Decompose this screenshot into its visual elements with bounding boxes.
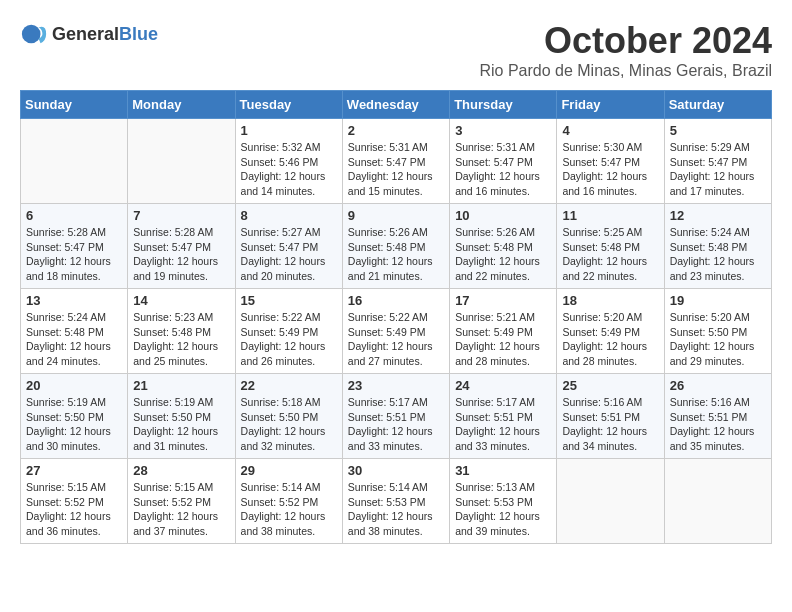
day-number: 24: [455, 378, 551, 393]
day-number: 6: [26, 208, 122, 223]
calendar-cell: 20Sunrise: 5:19 AM Sunset: 5:50 PM Dayli…: [21, 374, 128, 459]
page-header: GeneralBlue October 2024 Rio Pardo de Mi…: [20, 20, 772, 80]
day-info: Sunrise: 5:22 AM Sunset: 5:49 PM Dayligh…: [241, 310, 337, 369]
logo: GeneralBlue: [20, 20, 158, 48]
calendar-cell: 7Sunrise: 5:28 AM Sunset: 5:47 PM Daylig…: [128, 204, 235, 289]
calendar-cell: 5Sunrise: 5:29 AM Sunset: 5:47 PM Daylig…: [664, 119, 771, 204]
day-number: 16: [348, 293, 444, 308]
calendar-cell: 4Sunrise: 5:30 AM Sunset: 5:47 PM Daylig…: [557, 119, 664, 204]
day-info: Sunrise: 5:28 AM Sunset: 5:47 PM Dayligh…: [133, 225, 229, 284]
day-info: Sunrise: 5:29 AM Sunset: 5:47 PM Dayligh…: [670, 140, 766, 199]
day-info: Sunrise: 5:21 AM Sunset: 5:49 PM Dayligh…: [455, 310, 551, 369]
calendar-cell: 22Sunrise: 5:18 AM Sunset: 5:50 PM Dayli…: [235, 374, 342, 459]
day-info: Sunrise: 5:20 AM Sunset: 5:49 PM Dayligh…: [562, 310, 658, 369]
day-number: 23: [348, 378, 444, 393]
calendar-cell: 21Sunrise: 5:19 AM Sunset: 5:50 PM Dayli…: [128, 374, 235, 459]
day-number: 14: [133, 293, 229, 308]
day-number: 12: [670, 208, 766, 223]
day-info: Sunrise: 5:30 AM Sunset: 5:47 PM Dayligh…: [562, 140, 658, 199]
day-number: 10: [455, 208, 551, 223]
calendar-cell: 23Sunrise: 5:17 AM Sunset: 5:51 PM Dayli…: [342, 374, 449, 459]
calendar-cell: [557, 459, 664, 544]
day-info: Sunrise: 5:14 AM Sunset: 5:53 PM Dayligh…: [348, 480, 444, 539]
day-number: 19: [670, 293, 766, 308]
weekday-header-thursday: Thursday: [450, 91, 557, 119]
day-info: Sunrise: 5:13 AM Sunset: 5:53 PM Dayligh…: [455, 480, 551, 539]
day-number: 26: [670, 378, 766, 393]
weekday-header-saturday: Saturday: [664, 91, 771, 119]
day-number: 31: [455, 463, 551, 478]
day-number: 28: [133, 463, 229, 478]
day-number: 15: [241, 293, 337, 308]
day-number: 5: [670, 123, 766, 138]
calendar-cell: 8Sunrise: 5:27 AM Sunset: 5:47 PM Daylig…: [235, 204, 342, 289]
day-info: Sunrise: 5:26 AM Sunset: 5:48 PM Dayligh…: [348, 225, 444, 284]
day-number: 25: [562, 378, 658, 393]
calendar-cell: 15Sunrise: 5:22 AM Sunset: 5:49 PM Dayli…: [235, 289, 342, 374]
day-number: 22: [241, 378, 337, 393]
calendar-cell: 10Sunrise: 5:26 AM Sunset: 5:48 PM Dayli…: [450, 204, 557, 289]
calendar-cell: 3Sunrise: 5:31 AM Sunset: 5:47 PM Daylig…: [450, 119, 557, 204]
month-title: October 2024: [479, 20, 772, 62]
calendar-cell: 24Sunrise: 5:17 AM Sunset: 5:51 PM Dayli…: [450, 374, 557, 459]
day-number: 13: [26, 293, 122, 308]
calendar-cell: 11Sunrise: 5:25 AM Sunset: 5:48 PM Dayli…: [557, 204, 664, 289]
weekday-header-friday: Friday: [557, 91, 664, 119]
weekday-header-tuesday: Tuesday: [235, 91, 342, 119]
day-number: 4: [562, 123, 658, 138]
calendar-cell: 28Sunrise: 5:15 AM Sunset: 5:52 PM Dayli…: [128, 459, 235, 544]
calendar-cell: 1Sunrise: 5:32 AM Sunset: 5:46 PM Daylig…: [235, 119, 342, 204]
calendar-cell: 13Sunrise: 5:24 AM Sunset: 5:48 PM Dayli…: [21, 289, 128, 374]
day-info: Sunrise: 5:16 AM Sunset: 5:51 PM Dayligh…: [670, 395, 766, 454]
day-number: 9: [348, 208, 444, 223]
day-info: Sunrise: 5:16 AM Sunset: 5:51 PM Dayligh…: [562, 395, 658, 454]
day-info: Sunrise: 5:23 AM Sunset: 5:48 PM Dayligh…: [133, 310, 229, 369]
calendar-cell: 19Sunrise: 5:20 AM Sunset: 5:50 PM Dayli…: [664, 289, 771, 374]
day-number: 27: [26, 463, 122, 478]
day-number: 18: [562, 293, 658, 308]
day-info: Sunrise: 5:15 AM Sunset: 5:52 PM Dayligh…: [133, 480, 229, 539]
weekday-header-wednesday: Wednesday: [342, 91, 449, 119]
day-info: Sunrise: 5:24 AM Sunset: 5:48 PM Dayligh…: [26, 310, 122, 369]
calendar-cell: 16Sunrise: 5:22 AM Sunset: 5:49 PM Dayli…: [342, 289, 449, 374]
day-number: 30: [348, 463, 444, 478]
calendar-cell: 9Sunrise: 5:26 AM Sunset: 5:48 PM Daylig…: [342, 204, 449, 289]
calendar-cell: 27Sunrise: 5:15 AM Sunset: 5:52 PM Dayli…: [21, 459, 128, 544]
day-info: Sunrise: 5:17 AM Sunset: 5:51 PM Dayligh…: [455, 395, 551, 454]
calendar-cell: 25Sunrise: 5:16 AM Sunset: 5:51 PM Dayli…: [557, 374, 664, 459]
calendar-cell: [128, 119, 235, 204]
logo-text: GeneralBlue: [52, 24, 158, 45]
weekday-header-monday: Monday: [128, 91, 235, 119]
day-info: Sunrise: 5:20 AM Sunset: 5:50 PM Dayligh…: [670, 310, 766, 369]
day-info: Sunrise: 5:24 AM Sunset: 5:48 PM Dayligh…: [670, 225, 766, 284]
svg-point-0: [22, 25, 41, 44]
day-number: 7: [133, 208, 229, 223]
day-info: Sunrise: 5:25 AM Sunset: 5:48 PM Dayligh…: [562, 225, 658, 284]
calendar-table: SundayMondayTuesdayWednesdayThursdayFrid…: [20, 90, 772, 544]
day-info: Sunrise: 5:14 AM Sunset: 5:52 PM Dayligh…: [241, 480, 337, 539]
day-number: 29: [241, 463, 337, 478]
calendar-cell: 30Sunrise: 5:14 AM Sunset: 5:53 PM Dayli…: [342, 459, 449, 544]
day-info: Sunrise: 5:31 AM Sunset: 5:47 PM Dayligh…: [348, 140, 444, 199]
day-number: 21: [133, 378, 229, 393]
day-info: Sunrise: 5:19 AM Sunset: 5:50 PM Dayligh…: [133, 395, 229, 454]
day-number: 2: [348, 123, 444, 138]
day-number: 11: [562, 208, 658, 223]
calendar-cell: 31Sunrise: 5:13 AM Sunset: 5:53 PM Dayli…: [450, 459, 557, 544]
calendar-cell: 2Sunrise: 5:31 AM Sunset: 5:47 PM Daylig…: [342, 119, 449, 204]
day-number: 8: [241, 208, 337, 223]
day-number: 17: [455, 293, 551, 308]
calendar-cell: 6Sunrise: 5:28 AM Sunset: 5:47 PM Daylig…: [21, 204, 128, 289]
calendar-cell: 29Sunrise: 5:14 AM Sunset: 5:52 PM Dayli…: [235, 459, 342, 544]
day-info: Sunrise: 5:18 AM Sunset: 5:50 PM Dayligh…: [241, 395, 337, 454]
day-info: Sunrise: 5:19 AM Sunset: 5:50 PM Dayligh…: [26, 395, 122, 454]
day-number: 3: [455, 123, 551, 138]
calendar-cell: 12Sunrise: 5:24 AM Sunset: 5:48 PM Dayli…: [664, 204, 771, 289]
day-number: 20: [26, 378, 122, 393]
day-info: Sunrise: 5:31 AM Sunset: 5:47 PM Dayligh…: [455, 140, 551, 199]
location-title: Rio Pardo de Minas, Minas Gerais, Brazil: [479, 62, 772, 80]
calendar-cell: 18Sunrise: 5:20 AM Sunset: 5:49 PM Dayli…: [557, 289, 664, 374]
day-info: Sunrise: 5:26 AM Sunset: 5:48 PM Dayligh…: [455, 225, 551, 284]
calendar-cell: [664, 459, 771, 544]
calendar-cell: 26Sunrise: 5:16 AM Sunset: 5:51 PM Dayli…: [664, 374, 771, 459]
